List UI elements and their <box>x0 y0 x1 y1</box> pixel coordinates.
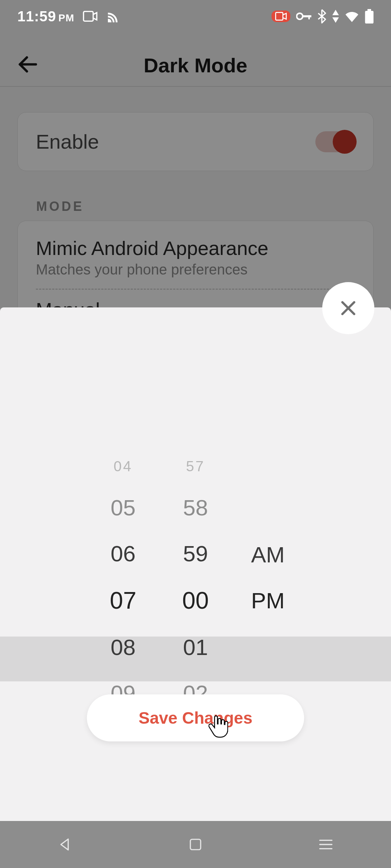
svg-rect-5 <box>308 15 310 19</box>
time-picker-sheet: 04 05 06 07 08 09 10 57 58 59 00 01 02 0… <box>0 307 391 821</box>
svg-rect-10 <box>190 839 201 850</box>
svg-rect-2 <box>276 12 283 20</box>
battery-icon <box>365 9 374 24</box>
minute-selected: 00 <box>176 587 215 614</box>
save-changes-button[interactable]: Save Changes <box>87 694 304 741</box>
nav-home-button[interactable] <box>185 834 206 855</box>
signal-icon <box>332 10 339 23</box>
status-bar: 11:59PM <box>0 0 391 33</box>
bluetooth-icon <box>317 9 327 24</box>
cast-icon <box>106 10 121 22</box>
close-button[interactable] <box>322 282 374 334</box>
save-changes-label: Save Changes <box>139 708 252 728</box>
video-icon <box>83 11 97 22</box>
record-icon <box>272 10 290 22</box>
svg-rect-4 <box>302 15 311 17</box>
svg-point-3 <box>297 13 303 20</box>
hour-selected: 07 <box>103 587 143 614</box>
vpn-key-icon <box>296 12 311 21</box>
svg-rect-6 <box>365 11 373 24</box>
system-nav-bar <box>0 821 391 868</box>
status-time: 11:59PM <box>17 8 74 25</box>
time-picker: 04 05 06 07 08 09 10 57 58 59 00 01 02 0… <box>0 416 391 669</box>
svg-rect-1 <box>84 12 93 21</box>
nav-back-button[interactable] <box>54 834 76 855</box>
ampm-selected: PM <box>248 588 288 613</box>
svg-rect-7 <box>367 9 371 11</box>
nav-recent-button[interactable] <box>315 834 337 855</box>
wifi-icon <box>345 10 359 22</box>
